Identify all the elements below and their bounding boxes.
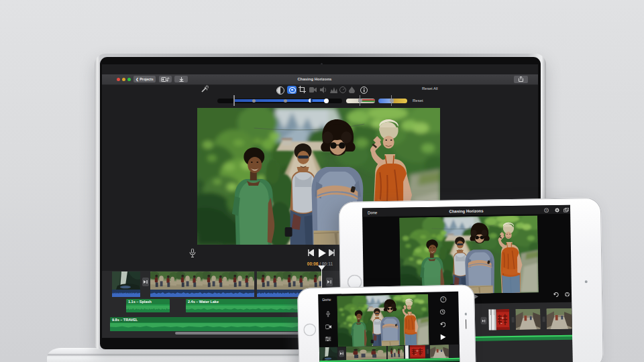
svg-text:?: ? bbox=[545, 208, 547, 212]
